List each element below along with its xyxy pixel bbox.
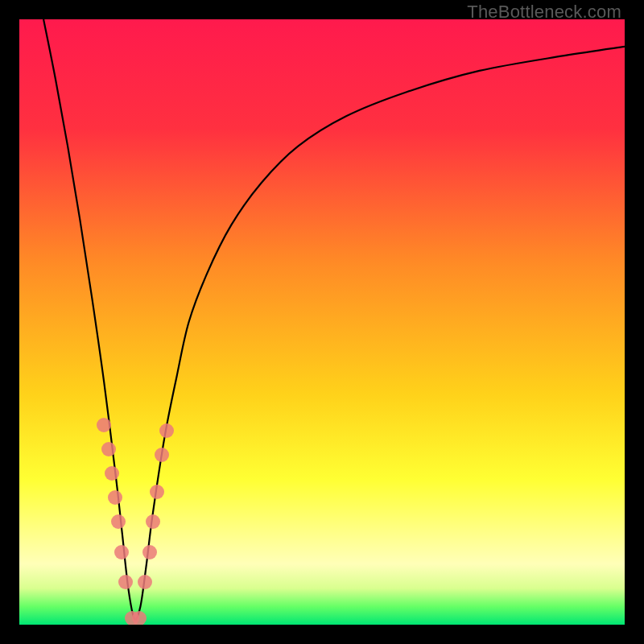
plot-area [19,19,625,625]
data-marker [97,418,111,432]
data-marker [114,545,129,559]
bottleneck-curve [19,19,625,625]
data-marker [111,514,126,529]
data-marker [138,575,152,589]
data-marker [142,545,157,559]
data-marker [159,423,174,438]
data-marker [101,442,116,456]
data-marker [105,466,119,481]
chart-frame: TheBottleneck.com [0,0,644,644]
data-marker [150,485,164,499]
data-marker [132,611,147,625]
data-marker [108,490,122,505]
data-marker [118,575,133,589]
data-marker [146,514,160,529]
data-marker [155,448,169,462]
